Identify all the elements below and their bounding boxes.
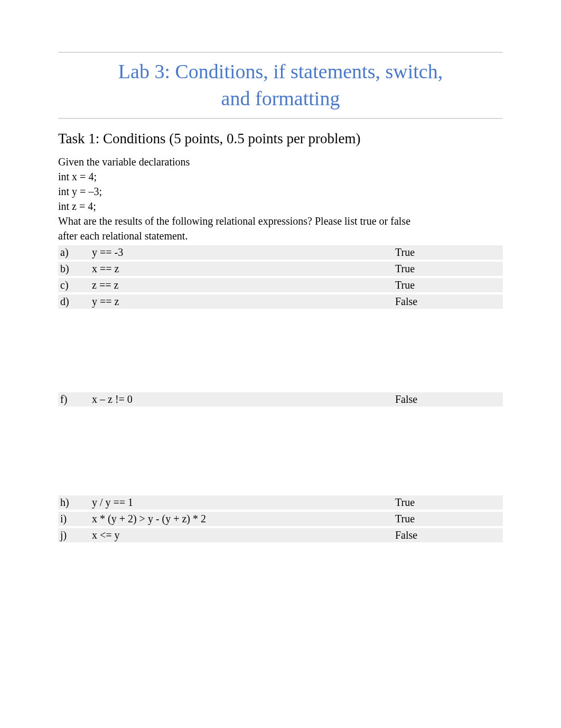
row-expression: y / y == 1 <box>82 495 392 510</box>
row-answer: False <box>392 528 503 542</box>
table-row: d) y == z False <box>58 294 503 309</box>
row-expression: y == z <box>82 294 392 309</box>
table-row: i) x * (y + 2) > y - (y + z) * 2 True <box>58 512 503 526</box>
row-answer: True <box>392 495 503 510</box>
row-answer: True <box>392 512 503 526</box>
document-title-line-2: and formatting <box>58 85 503 112</box>
table-row: a) y == -3 True <box>58 245 503 260</box>
spacer <box>58 409 503 493</box>
row-label: c) <box>58 278 82 292</box>
question-table-block-2: f) x – z != 0 False <box>58 392 503 407</box>
intro-line: after each relational statement. <box>58 228 503 243</box>
intro-line: int z = 4; <box>58 199 503 214</box>
row-answer: True <box>392 245 503 260</box>
row-expression: x * (y + 2) > y - (y + z) * 2 <box>82 512 392 526</box>
row-answer: True <box>392 278 503 292</box>
question-table-block-1: a) y == -3 True b) x == z True c) z == z… <box>58 245 503 309</box>
table-row: f) x – z != 0 False <box>58 392 503 407</box>
row-answer: True <box>392 262 503 276</box>
table-row: j) x <= y False <box>58 528 503 542</box>
table-row: h) y / y == 1 True <box>58 495 503 510</box>
row-answer: False <box>392 392 503 407</box>
table-row: b) x == z True <box>58 262 503 276</box>
document-title-block: Lab 3: Conditions, if statements, switch… <box>58 58 503 113</box>
row-answer: False <box>392 294 503 309</box>
row-label: a) <box>58 245 82 260</box>
row-label: j) <box>58 528 82 542</box>
question-table-block-3: h) y / y == 1 True i) x * (y + 2) > y - … <box>58 495 503 542</box>
row-label: h) <box>58 495 82 510</box>
intro-line: int y = –3; <box>58 184 503 199</box>
intro-line: What are the results of the following re… <box>58 214 503 228</box>
intro-line: int x = 4; <box>58 169 503 184</box>
document-page: Lab 3: Conditions, if statements, switch… <box>0 0 561 728</box>
row-label: d) <box>58 294 82 309</box>
task-heading: Task 1: Conditions (5 points, 0.5 points… <box>58 131 503 147</box>
document-title-line-1: Lab 3: Conditions, if statements, switch… <box>58 58 503 85</box>
title-rule-bottom <box>58 118 503 119</box>
row-label: f) <box>58 392 82 407</box>
row-expression: z == z <box>82 278 392 292</box>
row-label: b) <box>58 262 82 276</box>
row-expression: x == z <box>82 262 392 276</box>
task-intro: Given the variable declarations int x = … <box>58 154 503 243</box>
row-expression: x – z != 0 <box>82 392 392 407</box>
title-rule-top <box>58 52 503 53</box>
row-expression: x <= y <box>82 528 392 542</box>
row-label: i) <box>58 512 82 526</box>
spacer <box>58 311 503 390</box>
row-expression: y == -3 <box>82 245 392 260</box>
intro-line: Given the variable declarations <box>58 154 503 169</box>
table-row: c) z == z True <box>58 278 503 292</box>
